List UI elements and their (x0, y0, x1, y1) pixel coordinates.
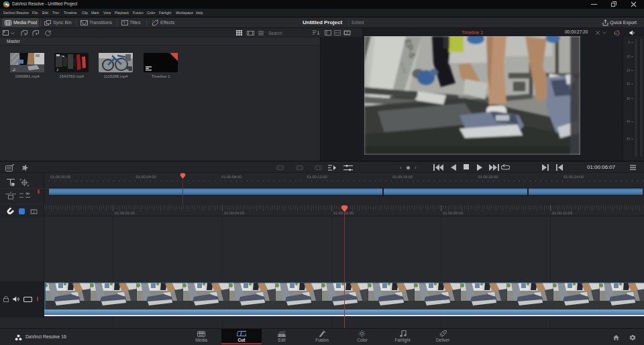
svg-text:♪: ♪ (56, 67, 59, 72)
svg-text:♫: ♫ (12, 67, 15, 72)
svg-text:T: T (123, 21, 126, 25)
